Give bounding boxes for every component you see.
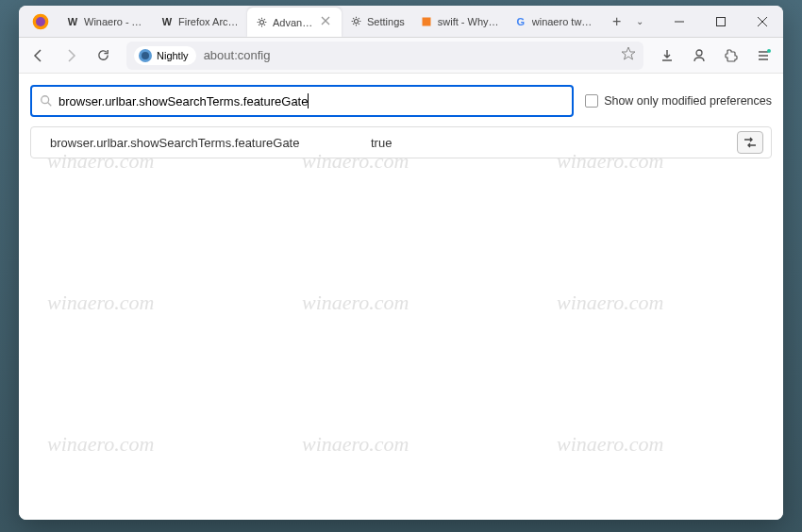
watermark: winaero.com [302,291,409,315]
svg-point-17 [767,49,771,53]
tab-4[interactable]: swift - Why is a [412,8,507,36]
tab-2[interactable]: Advanced Pr [247,8,342,38]
url-bar[interactable]: Nightly about:config [126,42,643,70]
content-area: browser.urlbar.showSearchTerms.featureGa… [19,74,783,520]
text-cursor [308,93,309,108]
tab-favicon [255,16,268,29]
tab-label: Firefox Archive [178,16,240,27]
checkbox-icon [585,94,598,108]
toggle-icon [743,136,758,149]
forward-button[interactable] [57,42,85,70]
svg-rect-8 [717,17,726,25]
app-menu-button[interactable] [749,42,777,70]
identity-label: Nightly [157,50,189,61]
new-tab-button[interactable]: + [605,9,629,34]
search-row: browser.urlbar.showSearchTerms.featureGa… [30,85,772,117]
preference-row: browser.urlbar.showSearchTerms.featureGa… [30,126,772,158]
titlebar: WWinaero - At thWFirefox ArchiveAdvanced… [19,6,783,38]
tabs-dropdown-button[interactable]: ⌄ [629,16,650,26]
close-tab-icon[interactable] [321,16,334,29]
tab-favicon [420,15,433,28]
tab-5[interactable]: Gwinaero tweake [507,8,601,36]
tab-0[interactable]: WWinaero - At th [58,8,153,36]
tab-label: Advanced Pr [273,17,317,28]
watermark: winaero.com [47,291,154,315]
tab-label: Winaero - At th [84,16,145,27]
tab-3[interactable]: Settings [342,8,412,36]
window-controls [659,6,783,38]
bookmark-star-icon[interactable] [621,46,636,64]
watermark: winaero.com [302,432,409,457]
preference-value: true [371,136,737,150]
back-button[interactable] [25,42,53,70]
tab-1[interactable]: WFirefox Archive [153,8,247,36]
checkbox-label: Show only modified preferences [604,94,772,108]
downloads-button[interactable] [653,42,681,70]
tab-favicon [349,15,362,28]
watermark: winaero.com [47,432,154,457]
tab-favicon: W [160,15,174,28]
svg-rect-6 [422,17,430,25]
preference-name: browser.urlbar.showSearchTerms.featureGa… [50,136,371,150]
search-icon [40,94,53,108]
identity-box[interactable]: Nightly [134,46,196,65]
close-button[interactable] [742,6,783,38]
firefox-logo-icon [30,11,51,32]
watermark: winaero.com [557,291,663,315]
svg-line-19 [48,103,52,107]
extensions-button[interactable] [717,42,745,70]
svg-point-1 [36,17,45,26]
tab-favicon: G [514,15,527,28]
toggle-button[interactable] [737,131,763,154]
toolbar: Nightly about:config [19,38,783,74]
browser-window: WWinaero - At thWFirefox ArchiveAdvanced… [19,6,783,520]
reload-button[interactable] [89,42,117,70]
search-input-value: browser.urlbar.showSearchTerms.featureGa… [58,94,308,108]
watermark: winaero.com [557,432,663,457]
svg-point-2 [259,20,263,24]
tab-label: swift - Why is a [438,16,499,27]
account-button[interactable] [685,42,713,70]
tab-favicon: W [66,15,79,28]
minimize-button[interactable] [659,6,700,38]
svg-point-13 [696,50,702,56]
tab-label: Settings [367,16,405,27]
tab-label: winaero tweake [532,16,593,27]
svg-point-12 [142,52,149,59]
tab-strip: WWinaero - At thWFirefox ArchiveAdvanced… [19,6,659,37]
maximize-button[interactable] [700,6,742,38]
config-search-box[interactable]: browser.urlbar.showSearchTerms.featureGa… [30,85,574,117]
url-text: about:config [204,48,621,62]
show-modified-checkbox[interactable]: Show only modified preferences [585,94,772,108]
firefox-nightly-icon [138,48,153,63]
svg-point-5 [354,19,358,23]
svg-point-18 [42,96,49,104]
